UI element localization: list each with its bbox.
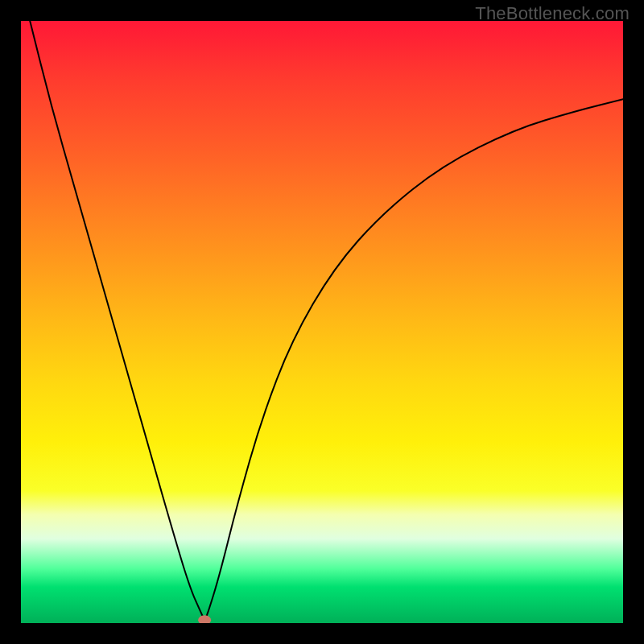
chart-svg	[21, 21, 623, 623]
chart-plot-area	[21, 21, 623, 623]
optimum-marker	[198, 615, 211, 623]
bottleneck-curve	[30, 21, 623, 618]
watermark-text: TheBottleneck.com	[475, 3, 630, 24]
